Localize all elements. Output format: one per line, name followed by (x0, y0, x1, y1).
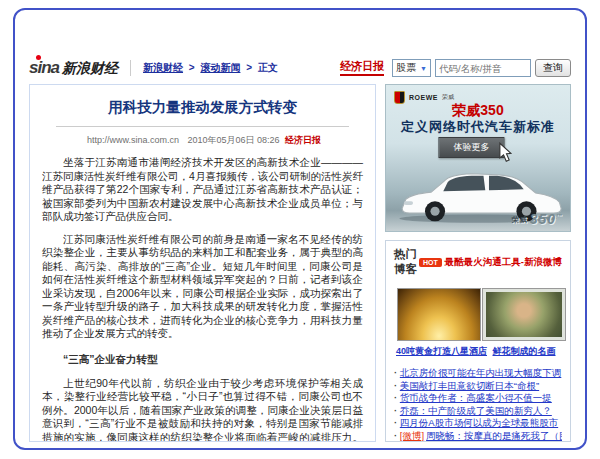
article-meta: http://www.sina.com.cn 2010年05月06日 08:26… (40, 134, 365, 147)
hot-blog-title: 热门博客 (394, 247, 419, 277)
title-divider (56, 126, 349, 127)
thumb-caption[interactable]: 40吨黄金打造八星酒店 (396, 345, 482, 358)
article-paragraph-3: 上世纪90年代以前，纺织企业由于较少考虑环境保护等相关成本，染整行业经营比较平稳… (42, 377, 363, 443)
page-frame: sina 新浪财经 新浪财经 > 滚动新闻 > 正文 经济日报 股票 ▼ 查询 … (13, 8, 587, 450)
blog-link[interactable]: [微博]周晓畅：按摩真的是痛死我了（图） (394, 430, 562, 442)
blog-link[interactable]: 乔磊：中产阶级成了美国的新穷人？ (394, 405, 562, 418)
breadcrumb-separator: > (189, 62, 195, 73)
main-content: 用科技力量推动发展方式转变 http://www.sina.com.cn 201… (29, 84, 571, 442)
economic-daily-logo[interactable]: 经济日报 (340, 61, 384, 76)
stock-code-input[interactable] (435, 59, 531, 77)
roewe-brand-cn: 荣威 (442, 93, 454, 102)
paragraph-text: 上世纪90年代以前，纺织企业由于较少考虑环境保护等相关成本，染整行业经营比较平稳… (42, 377, 363, 443)
thumb-caption[interactable]: 鲜花制成的名画 (482, 345, 566, 358)
blog-link[interactable]: 四月份A股市场何以成为全球最熊股市 (394, 417, 562, 430)
weibo-promo-link[interactable]: 最酷最火沟通工具-新浪微博 (445, 256, 562, 269)
breadcrumb-link-rolling-news[interactable]: 滚动新闻 (200, 62, 240, 73)
blog-link-list: 北京房价很可能在年内出现大幅度下调 美国敲打丰田意欲切断日本“命根” 货币战争作… (394, 367, 562, 442)
weibo-tag: [微博] (400, 430, 424, 441)
breadcrumb-separator: > (246, 62, 252, 73)
hot-blog-header: 热门博客 HOT 最酷最火沟通工具-新浪微博 (394, 247, 562, 277)
breadcrumb-link-finance[interactable]: 新浪财经 (143, 62, 183, 73)
ad-subheadline: 定义网络时代汽车新标准 (386, 118, 570, 136)
stock-search: 股票 ▼ 查询 (392, 59, 571, 77)
divider (130, 60, 131, 76)
article-datetime: 2010年05月06日 08:26 (187, 135, 279, 145)
sina-logo-text: sina (29, 58, 59, 78)
blog-link[interactable]: 货币战争作者：高盛案小得不值一提 (394, 392, 562, 405)
sina-brand-text: 新浪财经 (62, 60, 118, 78)
roewe-brand-text: ROEWE (409, 94, 438, 101)
breadcrumb-current: 正文 (258, 62, 278, 73)
blog-thumb-gold-hotel[interactable]: 40吨黄金打造八星酒店 (396, 288, 482, 358)
article-title: 用科技力量推动发展方式转变 (40, 98, 365, 117)
experience-more-button[interactable]: 体验更多 (438, 137, 504, 158)
article-subtitle: “三高”企业奋力转型 (42, 353, 363, 367)
article-source-link[interactable]: 经济日报 (285, 135, 321, 145)
article-paragraph-2: 江苏同康活性炭纤维有限公司的前身是南通一家名不见经传的纺织染整企业，主要从事纺织… (42, 233, 363, 341)
roewe-ad-banner[interactable]: ROEWE 荣威 荣威350 定义网络时代汽车新标准 体验更多 (385, 84, 571, 232)
blog-thumbnails: 40吨黄金打造八星酒店 鲜花制成的名画 (394, 288, 562, 358)
article: 用科技力量推动发展方式转变 http://www.sina.com.cn 201… (29, 84, 376, 442)
blog-thumb-flower-painting[interactable]: 鲜花制成的名画 (482, 288, 566, 358)
blog-link[interactable]: 北京房价很可能在年内出现大幅度下调 (394, 367, 562, 380)
hot-badge: HOT (419, 258, 442, 267)
stock-query-button[interactable]: 查询 (535, 59, 571, 77)
flower-painting-image (482, 288, 566, 341)
hot-blog-section: 热门博客 HOT 最酷最火沟通工具-新浪微博 40吨黄金打造八星酒店 鲜花制成的… (385, 240, 571, 442)
gold-hotel-image (397, 288, 481, 341)
top-bar: sina 新浪财经 新浪财经 > 滚动新闻 > 正文 经济日报 股票 ▼ 查询 (15, 54, 585, 82)
breadcrumb: 新浪财经 > 滚动新闻 > 正文 (143, 61, 278, 75)
stock-select-label: 股票 (396, 61, 416, 75)
chevron-down-icon: ▼ (420, 65, 427, 72)
blog-link[interactable]: 美国敲打丰田意欲切断日本“命根” (394, 380, 562, 393)
sina-finance-logo[interactable]: sina 新浪财经 (29, 58, 118, 78)
roewe-350-watermark: 荣威350™ (512, 212, 563, 226)
stock-type-select[interactable]: 股票 ▼ (392, 59, 431, 77)
sidebar: ROEWE 荣威 荣威350 定义网络时代汽车新标准 体验更多 (385, 84, 571, 442)
article-url: http://www.sina.com.cn (87, 135, 179, 145)
article-paragraph-1: 坐落于江苏南通市港闸经济技术开发区的高新技术企业————江苏同康活性炭纤维有限公… (42, 156, 363, 224)
